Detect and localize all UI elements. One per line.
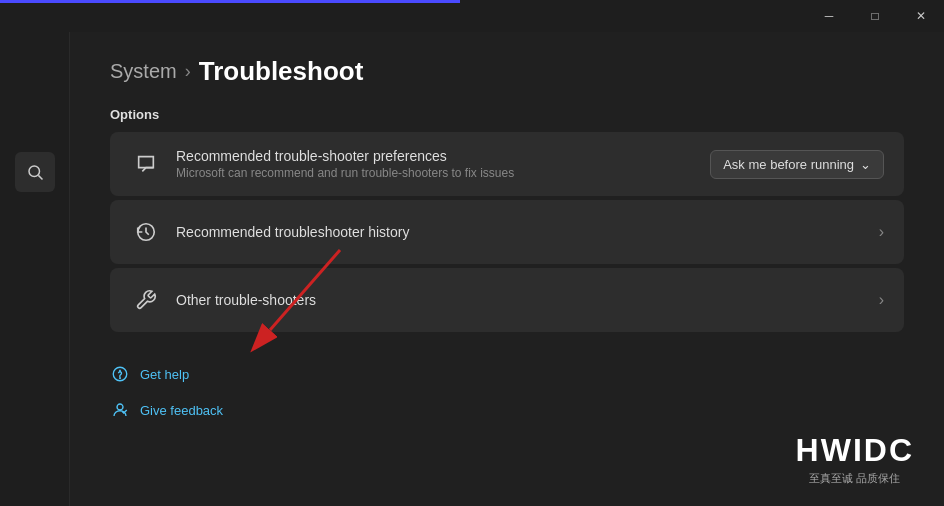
close-button[interactable]: ✕ xyxy=(898,0,944,32)
wrench-icon xyxy=(130,284,162,316)
watermark-title: HWIDC xyxy=(796,432,914,469)
give-feedback-link[interactable]: Give feedback xyxy=(110,396,904,424)
options-section-label: Options xyxy=(110,107,904,122)
title-bar-progress xyxy=(0,0,460,3)
chevron-right-icon-2: › xyxy=(879,291,884,309)
recommended-history-title: Recommended troubleshooter history xyxy=(176,224,879,240)
search-icon xyxy=(26,163,44,181)
other-troubleshooters-title: Other trouble-shooters xyxy=(176,292,879,308)
dropdown-action: Ask me before running ⌄ xyxy=(710,150,884,179)
chevron-right-icon: › xyxy=(879,223,884,241)
chat-icon xyxy=(130,148,162,180)
recommended-preferences-card[interactable]: Recommended trouble-shooter preferences … xyxy=(110,132,904,196)
recommended-preferences-subtitle: Microsoft can recommend and run trouble-… xyxy=(176,166,710,180)
minimize-button[interactable]: ─ xyxy=(806,0,852,32)
page-title: Troubleshoot xyxy=(199,56,364,87)
maximize-button[interactable]: □ xyxy=(852,0,898,32)
watermark: HWIDC 至真至诚 品质保住 xyxy=(796,432,914,486)
breadcrumb-system: System xyxy=(110,60,177,83)
recommended-history-card[interactable]: Recommended troubleshooter history › xyxy=(110,200,904,264)
svg-point-0 xyxy=(29,166,40,177)
chevron-down-icon: ⌄ xyxy=(860,157,871,172)
get-help-link[interactable]: Get help xyxy=(110,360,904,388)
footer-links: Get help Give feedback xyxy=(110,360,904,424)
svg-point-4 xyxy=(120,370,121,371)
svg-point-5 xyxy=(120,378,121,379)
recommended-preferences-title: Recommended trouble-shooter preferences xyxy=(176,148,710,164)
other-troubleshooters-card[interactable]: Other trouble-shooters › xyxy=(110,268,904,332)
give-feedback-icon xyxy=(110,400,130,420)
ask-before-running-dropdown[interactable]: Ask me before running ⌄ xyxy=(710,150,884,179)
watermark-subtitle: 至真至诚 品质保住 xyxy=(796,471,914,486)
breadcrumb-separator: › xyxy=(185,61,191,82)
breadcrumb: System › Troubleshoot xyxy=(110,56,904,87)
history-chevron: › xyxy=(879,223,884,241)
troubleshooters-chevron: › xyxy=(879,291,884,309)
search-button[interactable] xyxy=(15,152,55,192)
give-feedback-text: Give feedback xyxy=(140,403,223,418)
recommended-history-text: Recommended troubleshooter history xyxy=(176,224,879,240)
title-bar: ─ □ ✕ xyxy=(0,0,944,32)
recommended-preferences-text: Recommended trouble-shooter preferences … xyxy=(176,148,710,180)
get-help-text: Get help xyxy=(140,367,189,382)
dropdown-label: Ask me before running xyxy=(723,157,854,172)
svg-line-1 xyxy=(38,175,42,179)
svg-point-6 xyxy=(117,404,123,410)
sidebar xyxy=(0,32,70,506)
other-troubleshooters-text: Other trouble-shooters xyxy=(176,292,879,308)
history-icon xyxy=(130,216,162,248)
get-help-icon xyxy=(110,364,130,384)
